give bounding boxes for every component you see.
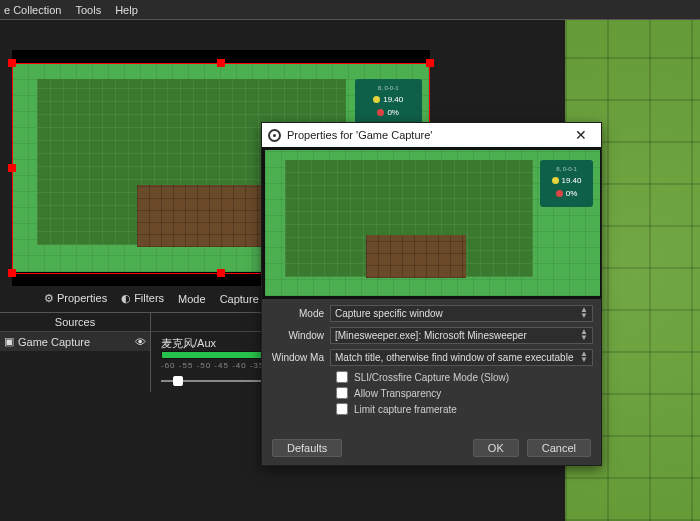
updown-icon: ▲▼ bbox=[580, 307, 588, 319]
hud-value-1: 19.40 bbox=[383, 95, 403, 104]
defaults-button[interactable]: Defaults bbox=[272, 439, 342, 457]
menu-scenecollection[interactable]: e Collection bbox=[4, 4, 61, 16]
mode-label: Mode bbox=[178, 293, 206, 305]
window-label: Window bbox=[270, 330, 330, 341]
hud-top: 8, 0-0-1 bbox=[378, 85, 399, 91]
hud-value-2: 0% bbox=[566, 189, 578, 198]
hud-value-2: 0% bbox=[387, 108, 399, 117]
sli-crossfire-checkbox[interactable]: SLI/Crossfire Capture Mode (Slow) bbox=[336, 371, 593, 383]
source-row[interactable]: ▣ Game Capture 👁 bbox=[0, 332, 150, 351]
sources-title: Sources bbox=[0, 313, 150, 332]
mode-value: Capture specific window bbox=[335, 308, 443, 319]
mode-select[interactable]: Capture specific window ▲▼ bbox=[330, 305, 593, 322]
dialog-titlebar[interactable]: Properties for 'Game Capture' ✕ bbox=[262, 123, 601, 147]
dialog-preview: 8, 0-0-1 19.40 0% bbox=[262, 147, 601, 299]
window-match-label: Window Ma bbox=[270, 352, 330, 363]
filter-icon: ◐ bbox=[121, 292, 131, 305]
chk-label: Limit capture framerate bbox=[354, 404, 457, 415]
resize-handle[interactable] bbox=[8, 164, 16, 172]
window-select[interactable]: [Minesweeper.exe]: Microsoft Minesweeper… bbox=[330, 327, 593, 344]
source-icon: ▣ bbox=[4, 335, 14, 348]
match-value: Match title, otherwise find window of sa… bbox=[335, 352, 573, 363]
window-match-select[interactable]: Match title, otherwise find window of sa… bbox=[330, 349, 593, 366]
cancel-button[interactable]: Cancel bbox=[527, 439, 591, 457]
filters-button[interactable]: ◐Filters bbox=[121, 292, 164, 305]
mode-label: Mode bbox=[270, 308, 330, 319]
gear-icon: ⚙ bbox=[44, 292, 54, 305]
properties-dialog: Properties for 'Game Capture' ✕ 8, 0-0-1… bbox=[261, 122, 602, 466]
chk-label: Allow Transparency bbox=[354, 388, 441, 399]
dialog-form: Mode Capture specific window ▲▼ Window [… bbox=[262, 299, 601, 433]
updown-icon: ▲▼ bbox=[580, 351, 588, 363]
properties-button[interactable]: ⚙Properties bbox=[44, 292, 107, 305]
source-name: Game Capture bbox=[18, 336, 90, 348]
sources-panel: Sources ▣ Game Capture 👁 bbox=[0, 312, 150, 351]
ok-button[interactable]: OK bbox=[473, 439, 519, 457]
chk-label: SLI/Crossfire Capture Mode (Slow) bbox=[354, 372, 509, 383]
obs-icon bbox=[268, 129, 281, 142]
menu-help[interactable]: Help bbox=[115, 4, 138, 16]
source-toolbar: ⚙Properties ◐Filters Mode Capture spe bbox=[44, 292, 280, 305]
allow-transparency-checkbox[interactable]: Allow Transparency bbox=[336, 387, 593, 399]
close-button[interactable]: ✕ bbox=[567, 127, 595, 143]
resize-handle[interactable] bbox=[8, 59, 16, 67]
visibility-toggle-icon[interactable]: 👁 bbox=[135, 336, 146, 348]
resize-handle[interactable] bbox=[217, 269, 225, 277]
menu-tools[interactable]: Tools bbox=[75, 4, 101, 16]
hud-value-1: 19.40 bbox=[562, 176, 582, 185]
dialog-title: Properties for 'Game Capture' bbox=[287, 129, 432, 141]
limit-framerate-checkbox[interactable]: Limit capture framerate bbox=[336, 403, 593, 415]
menubar: e Collection Tools Help bbox=[0, 0, 700, 20]
resize-handle[interactable] bbox=[217, 59, 225, 67]
hud-top: 8, 0-0-1 bbox=[556, 166, 577, 172]
resize-handle[interactable] bbox=[8, 269, 16, 277]
updown-icon: ▲▼ bbox=[580, 329, 588, 341]
resize-handle[interactable] bbox=[426, 59, 434, 67]
window-value: [Minesweeper.exe]: Microsoft Minesweeper bbox=[335, 330, 527, 341]
